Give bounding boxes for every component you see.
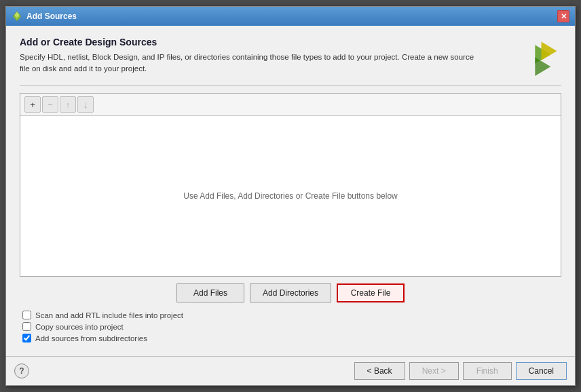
add-sources-window: Add Sources ✕ Add or Create Design Sourc… bbox=[5, 6, 576, 386]
app-icon bbox=[12, 11, 22, 22]
add-file-toolbar-button[interactable]: + bbox=[24, 96, 41, 113]
add-subdirs-checkbox[interactable] bbox=[22, 334, 31, 342]
bottom-left: ? bbox=[14, 364, 29, 378]
header-divider bbox=[20, 85, 561, 86]
add-directories-button[interactable]: Add Directories bbox=[250, 283, 331, 302]
remove-icon: − bbox=[48, 100, 53, 110]
svg-marker-4 bbox=[535, 57, 550, 76]
back-button[interactable]: < Back bbox=[354, 362, 405, 380]
file-list-empty-message: Use Add Files, Add Directories or Create… bbox=[20, 116, 561, 276]
add-icon: + bbox=[30, 100, 35, 110]
next-button[interactable]: Next > bbox=[409, 362, 459, 380]
move-up-toolbar-button[interactable]: ↑ bbox=[60, 96, 76, 113]
vivado-logo bbox=[523, 39, 560, 76]
remove-file-toolbar-button[interactable]: − bbox=[42, 96, 58, 113]
down-icon: ↓ bbox=[83, 100, 88, 110]
add-subdirs-label: Add sources from subdirectories bbox=[35, 334, 147, 342]
bottom-right: < Back Next > Finish Cancel bbox=[354, 362, 567, 380]
header-section: Add or Create Design Sources Specify HDL… bbox=[20, 37, 561, 77]
svg-marker-3 bbox=[541, 41, 557, 60]
main-content: Add or Create Design Sources Specify HDL… bbox=[6, 26, 575, 356]
title-bar: Add Sources ✕ bbox=[6, 7, 575, 26]
logo-area bbox=[521, 37, 561, 77]
cancel-button[interactable]: Cancel bbox=[516, 362, 567, 380]
file-panel: + − ↑ ↓ Use Add Files, Add Directories o… bbox=[20, 93, 561, 277]
bottom-bar: ? < Back Next > Finish Cancel bbox=[6, 356, 575, 385]
scan-rtl-checkbox[interactable] bbox=[22, 311, 31, 319]
dialog-title: Add or Create Design Sources bbox=[20, 37, 514, 47]
header-text: Add or Create Design Sources Specify HDL… bbox=[20, 37, 514, 75]
create-file-button[interactable]: Create File bbox=[337, 283, 405, 302]
close-button[interactable]: ✕ bbox=[557, 10, 569, 22]
add-subdirs-option[interactable]: Add sources from subdirectories bbox=[22, 334, 561, 342]
scan-rtl-label: Scan and add RTL include files into proj… bbox=[35, 311, 183, 319]
copy-sources-label: Copy sources into project bbox=[35, 323, 124, 331]
copy-sources-option[interactable]: Copy sources into project bbox=[22, 322, 561, 331]
title-bar-left: Add Sources bbox=[12, 11, 77, 22]
finish-button[interactable]: Finish bbox=[463, 362, 512, 380]
copy-sources-checkbox[interactable] bbox=[22, 322, 31, 331]
move-down-toolbar-button[interactable]: ↓ bbox=[77, 96, 94, 113]
file-toolbar: + − ↑ ↓ bbox=[20, 94, 561, 116]
up-icon: ↑ bbox=[66, 100, 71, 110]
action-buttons: Add Files Add Directories Create File bbox=[20, 283, 561, 302]
window-title: Add Sources bbox=[26, 12, 77, 21]
add-files-button[interactable]: Add Files bbox=[176, 283, 244, 302]
dialog-description: Specify HDL, netlist, Block Design, and … bbox=[20, 52, 481, 75]
help-button[interactable]: ? bbox=[14, 364, 29, 378]
scan-rtl-option[interactable]: Scan and add RTL include files into proj… bbox=[22, 311, 561, 319]
options-section: Scan and add RTL include files into proj… bbox=[20, 311, 561, 342]
